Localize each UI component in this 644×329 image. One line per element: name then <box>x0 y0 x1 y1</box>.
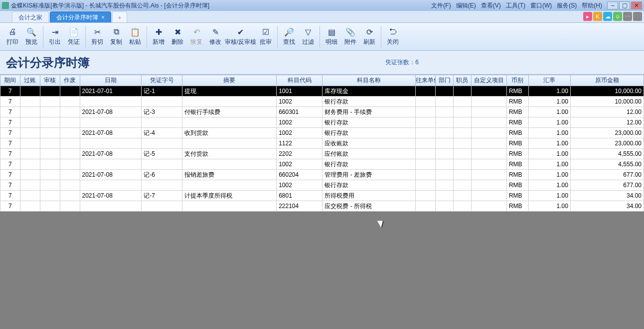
cell[interactable] <box>20 86 40 97</box>
table-row[interactable]: 72021-07-08记-7计提本季度所得税6801所得税费用RMB1.0034… <box>0 191 644 201</box>
menu-item[interactable]: 窗口(W) <box>529 1 553 10</box>
toolbar-审核/反审核[interactable]: ✔审核/反审核 <box>225 24 256 50</box>
cell[interactable] <box>60 97 80 107</box>
toolbar-预览[interactable]: 🔍预览 <box>22 24 41 50</box>
cell[interactable]: 12.00 <box>570 107 644 117</box>
cell[interactable] <box>436 191 454 201</box>
cell[interactable]: 记-3 <box>142 107 182 117</box>
toolbar-明细[interactable]: ▤明细 <box>322 24 341 50</box>
cell[interactable]: 财务费用 - 手续费 <box>322 107 416 117</box>
cell[interactable] <box>182 159 277 170</box>
cell[interactable] <box>436 117 454 128</box>
cell[interactable] <box>471 107 506 117</box>
menu-item[interactable]: 查看(V) <box>480 1 502 10</box>
cell[interactable] <box>416 128 436 138</box>
cell[interactable]: 1.00 <box>528 97 570 107</box>
col-过账[interactable]: 过账 <box>20 75 40 86</box>
tray-icon[interactable] <box>633 12 642 21</box>
cell[interactable] <box>471 180 506 191</box>
cell[interactable] <box>20 191 40 201</box>
cell[interactable]: 23,000.00 <box>570 138 644 149</box>
col-作废[interactable]: 作废 <box>60 75 80 86</box>
cell[interactable]: 1002 <box>277 117 322 128</box>
table-row[interactable]: 71122应收账款RMB1.0023,000.00 <box>0 138 644 149</box>
cell[interactable] <box>40 128 60 138</box>
cell[interactable] <box>40 191 60 201</box>
table-row[interactable]: 72021-07-08记-4收到货款1002银行存款RMB1.0023,000.… <box>0 128 644 138</box>
toolbar-附件[interactable]: 📎附件 <box>341 24 360 50</box>
cell[interactable] <box>436 201 454 212</box>
cell[interactable] <box>20 170 40 180</box>
cell[interactable] <box>471 149 506 159</box>
cell[interactable] <box>471 191 506 201</box>
cell[interactable]: 2202 <box>277 149 322 159</box>
cell[interactable]: 222104 <box>277 201 322 212</box>
close-button[interactable]: ✕ <box>631 1 642 9</box>
cell[interactable] <box>40 86 60 97</box>
col-部门[interactable]: 部门 <box>436 75 454 86</box>
cell[interactable]: RMB <box>506 191 528 201</box>
cell[interactable] <box>80 138 142 149</box>
cell[interactable] <box>142 180 182 191</box>
cell[interactable]: 677.00 <box>570 180 644 191</box>
cell[interactable]: 1.00 <box>528 117 570 128</box>
cell[interactable] <box>416 117 436 128</box>
minimize-button[interactable]: – <box>607 1 618 9</box>
table-row[interactable]: 72021-07-01记-1提现1001库存现金RMB1.0010,000.00 <box>0 86 644 97</box>
cell[interactable] <box>20 138 40 149</box>
toolbar-关闭[interactable]: ⮌关闭 <box>383 24 402 50</box>
cell[interactable] <box>471 138 506 149</box>
cell[interactable] <box>436 159 454 170</box>
toolbar-新增[interactable]: ✚新增 <box>149 24 168 50</box>
toolbar-删除[interactable]: ✖删除 <box>168 24 187 50</box>
cell[interactable] <box>436 180 454 191</box>
toolbar-粘贴[interactable]: 📋粘贴 <box>126 24 145 50</box>
menu-item[interactable]: 文件(F) <box>430 1 452 10</box>
cell[interactable]: 管理费用 - 差旅费 <box>322 170 416 180</box>
cell[interactable]: 银行存款 <box>322 159 416 170</box>
cell[interactable] <box>471 117 506 128</box>
cell[interactable] <box>416 191 436 201</box>
cell[interactable] <box>453 86 471 97</box>
cell[interactable]: 7 <box>0 107 20 117</box>
col-汇率[interactable]: 汇率 <box>528 75 570 86</box>
toolbar-打印[interactable]: 🖨打印 <box>3 24 22 50</box>
cell[interactable] <box>416 180 436 191</box>
cell[interactable] <box>40 117 60 128</box>
cell[interactable] <box>40 180 60 191</box>
cell[interactable]: 银行存款 <box>322 97 416 107</box>
cell[interactable]: 1122 <box>277 138 322 149</box>
cell[interactable]: 1002 <box>277 180 322 191</box>
table-row[interactable]: 71002银行存款RMB1.004,555.00 <box>0 159 644 170</box>
col-凭证字号[interactable]: 凭证字号 <box>142 75 182 86</box>
toolbar-复制[interactable]: ⧉复制 <box>107 24 126 50</box>
cell[interactable]: RMB <box>506 117 528 128</box>
cell[interactable] <box>453 201 471 212</box>
cell[interactable] <box>416 149 436 159</box>
cell[interactable] <box>20 159 40 170</box>
toolbar-修改[interactable]: ✎修改 <box>206 24 225 50</box>
cell[interactable]: 1.00 <box>528 180 570 191</box>
cell[interactable] <box>60 170 80 180</box>
cell[interactable] <box>453 170 471 180</box>
cell[interactable] <box>453 128 471 138</box>
cell[interactable] <box>416 138 436 149</box>
cell[interactable] <box>20 149 40 159</box>
cell[interactable]: 1.00 <box>528 159 570 170</box>
cell[interactable] <box>436 97 454 107</box>
cell[interactable] <box>142 138 182 149</box>
cell[interactable] <box>80 97 142 107</box>
cell[interactable]: RMB <box>506 97 528 107</box>
cell[interactable]: 23,000.00 <box>570 128 644 138</box>
cell[interactable] <box>142 159 182 170</box>
cell[interactable] <box>20 107 40 117</box>
cell[interactable] <box>60 138 80 149</box>
cell[interactable] <box>471 201 506 212</box>
cell[interactable]: 记-4 <box>142 128 182 138</box>
cell[interactable]: RMB <box>506 149 528 159</box>
cell[interactable]: RMB <box>506 159 528 170</box>
cell[interactable] <box>60 201 80 212</box>
table-row[interactable]: 72021-07-08记-6报销差旅费660204管理费用 - 差旅费RMB1.… <box>0 170 644 180</box>
cell[interactable] <box>20 128 40 138</box>
cell[interactable] <box>471 86 506 97</box>
